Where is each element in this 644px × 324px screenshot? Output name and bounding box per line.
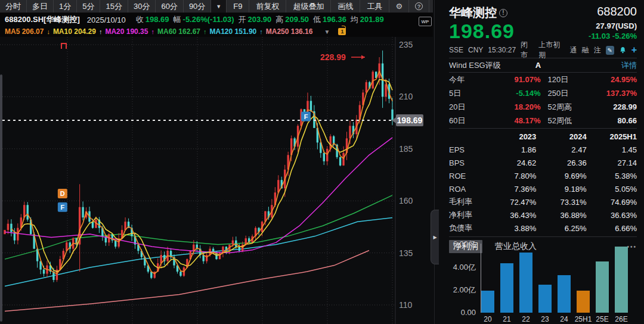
toolbar: 分时多日1分5分15分30分60分90分 ▼ F9前复权超级叠加画线工具 ⚙ ?… [0, 0, 433, 13]
fin-row-label: BPS [449, 156, 486, 169]
toolbar-tab[interactable]: 60分 [156, 0, 183, 13]
left-scrollbar[interactable] [0, 74, 2, 322]
fin-cell: 5.38% [587, 169, 637, 182]
chevron-down-icon: ▼ [216, 4, 221, 10]
status-item: 15:30:27 [488, 46, 516, 54]
toolbar-tab[interactable]: 分时 [0, 0, 27, 13]
unlock-icon[interactable]: 1 [338, 28, 346, 35]
toolbar-tab[interactable]: F9 [227, 0, 249, 13]
bar-x-label: 25H1 [572, 315, 594, 323]
fin-cell: 36.43% [486, 208, 536, 222]
financials-table: 202320242025H1EPS1.862.471.45BPS24.6226.… [449, 128, 637, 235]
fin-cell: 1.45 [587, 143, 637, 156]
fin-cell: 36.63% [587, 208, 637, 222]
toolbar-tab[interactable]: 前复权 [249, 0, 286, 13]
bar[interactable] [558, 275, 571, 313]
period-dropdown[interactable]: ▼ [211, 0, 227, 13]
chart-marker-f[interactable]: F [301, 112, 311, 122]
toolbar-tab[interactable]: 工具 [360, 0, 389, 13]
ma-legend-item: MA60 162.67 [157, 27, 200, 36]
bar[interactable] [538, 285, 552, 313]
fin-cell: 7.80% [486, 169, 536, 182]
price-axis-tick: 235 [399, 40, 413, 49]
trend-arrow-icon: ↑ [151, 28, 154, 35]
trading-terminal: 分时多日1分5分15分30分60分90分 ▼ F9前复权超级叠加画线工具 ⚙ ?… [0, 0, 644, 324]
panel-expand-handle[interactable]: ▶ [431, 210, 439, 264]
candlestick-chart[interactable]: 235210185160135110198.69228.99DFF [0, 37, 433, 324]
perf-value: 137.37% [583, 86, 637, 100]
wp-monitor-icon[interactable]: WP [419, 17, 432, 26]
fin-row-label: EPS [449, 143, 486, 156]
ma-legend-item: MA120 151.90 [210, 27, 257, 36]
bar[interactable] [481, 291, 494, 313]
perf-label: 52周低 [541, 114, 583, 127]
ma-legend-item: MA250 136.16 [266, 27, 313, 36]
fin-cell: 9.18% [536, 182, 586, 195]
price-axis-tick: 185 [399, 144, 413, 154]
bar[interactable] [596, 261, 609, 313]
quote-field-value: 209.50 [285, 15, 309, 24]
chart-marker-d[interactable]: D [58, 189, 67, 198]
settings-button[interactable]: ⚙ [389, 0, 409, 13]
quote-field-value: 201.89 [360, 15, 384, 24]
toolbar-tab[interactable]: 5分 [77, 0, 100, 13]
ma-legend-item: MA5 206.07 [5, 27, 44, 36]
quote-date: 2025/10/10 [87, 15, 126, 24]
fin-cell: 9.69% [536, 169, 586, 182]
esg-rating: A [535, 61, 621, 70]
fin-cell: 7.36% [486, 182, 536, 195]
status-row: SSECNY15:30:27闭市上市初期通融注✎+ [449, 44, 637, 56]
bell-icon[interactable] [619, 46, 627, 54]
usd-price: 27.97(USD) [589, 21, 637, 31]
fin-cell: 3.88% [486, 222, 536, 235]
fin-year-header: 2024 [536, 130, 586, 143]
help-button[interactable]: ? [409, 0, 429, 13]
bar-axis-tick: 6.00亿 [436, 239, 476, 250]
high-annotation: 228.99 [320, 52, 346, 62]
toolbar-tab[interactable]: 15分 [100, 0, 128, 13]
legend-collapse-icon[interactable]: ▼ [324, 29, 330, 35]
stock-name: 华峰测控 ! [449, 5, 507, 21]
quote-field-label: 低 [313, 15, 321, 24]
toolbar-tab[interactable]: 90分 [184, 0, 211, 13]
toolbar-tab[interactable]: 超级叠加 [286, 0, 331, 13]
ma-legend-item: MA20 190.35 [105, 27, 148, 36]
chart-marker-f[interactable]: F [58, 202, 67, 212]
bar[interactable] [615, 247, 628, 313]
ma-legend-item: MA10 204.29 [53, 27, 96, 36]
fin-cell: 1.86 [486, 143, 536, 156]
bar[interactable] [519, 253, 532, 313]
perf-value: 228.99 [583, 100, 637, 114]
toolbar-tab[interactable]: 多日 [27, 0, 54, 13]
esg-detail-link[interactable]: 详情 [621, 60, 637, 71]
perf-value: 18.20% [486, 100, 541, 114]
quote-field-value: 203.90 [248, 15, 272, 24]
fin-cell: 74.69% [587, 195, 637, 208]
edit-pencil-icon[interactable]: ✎ [606, 46, 614, 55]
bar-x-label: 24 [553, 315, 575, 323]
tool-tabs: F9前复权超级叠加画线工具 [227, 0, 389, 13]
bar[interactable] [500, 263, 513, 313]
bar-x-label: 25E [592, 315, 613, 323]
symbol-label: 688200.SH[华峰测控] [5, 14, 80, 25]
status-item: 上市初期 [538, 40, 565, 60]
perf-value: 80.66 [583, 114, 637, 127]
bar-x-label: 20 [477, 315, 499, 323]
toolbar-tab[interactable]: 30分 [128, 0, 156, 13]
perf-value: 91.07% [486, 73, 541, 86]
bar[interactable] [577, 291, 590, 313]
fin-row-label: 净利率 [449, 208, 486, 222]
status-item: SSE [449, 46, 463, 54]
trend-arrow-icon: ↑ [99, 28, 103, 35]
quote-field-label: 均 [351, 15, 358, 24]
toolbar-tab[interactable]: 画线 [331, 0, 360, 13]
price-axis-tick: 160 [399, 196, 413, 205]
toolbar-tab[interactable]: 1分 [54, 0, 77, 13]
add-icon[interactable]: + [631, 46, 637, 54]
performance-grid: 今年91.07%120日24.95%5日-5.14%250日137.37%20日… [449, 73, 637, 127]
fin-cell: 6.66% [587, 222, 637, 235]
fin-cell: 5.05% [587, 182, 637, 195]
info-icon[interactable]: ! [499, 9, 507, 17]
status-item: 融 [582, 45, 589, 55]
fin-cell: 27.14 [587, 156, 637, 169]
